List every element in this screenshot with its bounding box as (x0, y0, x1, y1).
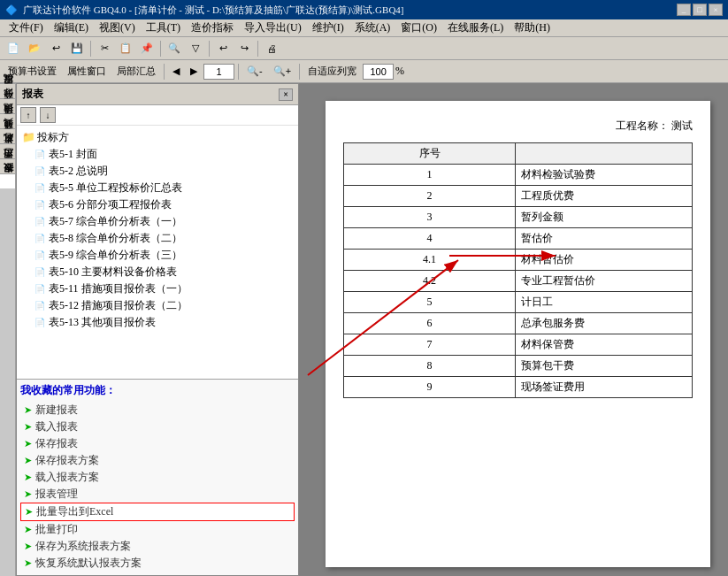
tab-gongcheng[interactable]: 工程概况 (0, 83, 15, 98)
tree-item-6[interactable]: 📄 表5-9 综合单价分析表（三） (20, 247, 295, 264)
open-btn[interactable]: 📂 (25, 39, 44, 58)
redo-btn[interactable]: ↪ (234, 39, 254, 58)
tree-item-10[interactable]: 📄 表5-13 其他项目报价表 (20, 314, 295, 331)
new-btn[interactable]: 📄 (4, 39, 23, 58)
title-text: 广联达计价软件 GBQ4.0 - [清单计价 - 测试 - D:\预结算及抽筋\… (23, 4, 404, 17)
table-row: 1材料检验试验费 (344, 165, 693, 186)
page-number-input[interactable] (203, 64, 234, 80)
bookmark-excel[interactable]: ➤ 批量导出到Excel (20, 503, 295, 521)
panel-close-btn[interactable]: × (279, 88, 293, 101)
close-btn[interactable]: × (709, 4, 723, 16)
bookmark-0[interactable]: ➤ 新建报表 (20, 402, 295, 419)
menu-window[interactable]: 窗口(O) (395, 19, 442, 36)
menu-help[interactable]: 帮助(H) (509, 19, 556, 36)
paste-btn[interactable]: 📌 (137, 39, 157, 58)
tab-rencaiji[interactable]: 人材机汇总 (0, 143, 15, 158)
fit-width-btn[interactable]: 自适应列宽 (303, 62, 361, 81)
tree-item-5[interactable]: 📄 表5-8 综合单价分析表（二） (20, 230, 295, 247)
tree-item-3[interactable]: 📄 表5-6 分部分项工程报价表 (20, 196, 295, 213)
zoom-input[interactable] (363, 64, 394, 80)
nav-down-btn[interactable]: ↓ (40, 107, 56, 123)
report-panel: 报表 × ↑ ↓ 📁 投标方 📄 表5-1 封面 📄 表5-2 总说明 (16, 83, 299, 576)
doc-icon-3: 📄 (34, 200, 45, 210)
menu-import-export[interactable]: 导入导出(U) (239, 19, 307, 36)
tab-qita[interactable]: 其他项目 (0, 128, 15, 143)
tree-item-2[interactable]: 📄 表5-5 单位工程投标价汇总表 (20, 180, 295, 196)
title-bar: 🔷 广联达计价软件 GBQ4.0 - [清单计价 - 测试 - D:\预结算及抽… (0, 0, 728, 19)
bookmark-8[interactable]: ➤ 保存为系统报表方案 (20, 538, 295, 555)
arrow-icon-9: ➤ (24, 557, 32, 569)
menu-price-index[interactable]: 造价指标 (186, 19, 239, 36)
cell-name-7: 总承包服务费 (516, 313, 693, 334)
tree-item-9[interactable]: 📄 表5-12 措施项目报价表（二） (20, 297, 295, 314)
content-area: 工程名称： 测试 序号 1材料检验试验费2工程质优费3暂列金额4暂估价4.1材料… (299, 83, 728, 576)
menu-system[interactable]: 系统(A) (349, 19, 396, 36)
nav-up-btn[interactable]: ↑ (20, 107, 36, 123)
copy-btn[interactable]: 📋 (116, 39, 135, 58)
cell-name-3: 暂估价 (516, 228, 693, 250)
print-btn[interactable]: 🖨 (262, 39, 281, 58)
menu-view[interactable]: 视图(V) (94, 19, 141, 36)
cell-name-0: 材料检验试验费 (516, 165, 693, 186)
page-next-btn[interactable]: ▶ (186, 62, 202, 81)
menu-tools[interactable]: 工具(T) (141, 19, 186, 36)
menu-maintain[interactable]: 维护(I) (307, 19, 349, 36)
tree-item-7[interactable]: 📄 表5-10 主要材料设备价格表 (20, 264, 295, 280)
table-row: 6总承包服务费 (344, 313, 693, 334)
col-seq: 序号 (344, 143, 516, 165)
arrow-icon-6: ➤ (25, 506, 33, 518)
menu-file[interactable]: 文件(F) (4, 19, 49, 36)
tab-feiyong[interactable]: 费用汇总 (0, 158, 15, 173)
tree-toolbar: ↑ ↓ (17, 105, 298, 126)
maximize-btn[interactable]: □ (693, 4, 707, 16)
back-btn[interactable]: ↩ (46, 39, 65, 58)
tree-item-4[interactable]: 📄 表5-7 综合单价分析表（一） (20, 213, 295, 230)
tree-root[interactable]: 📁 投标方 (20, 129, 295, 146)
cell-seq-8: 7 (344, 334, 516, 356)
tab-cuoshi[interactable]: 措施项目 (0, 113, 15, 128)
sep1 (90, 41, 91, 57)
cell-seq-0: 1 (344, 165, 516, 186)
vert-tabs: 工程概况 分部分项 措施项目 其他项目 人材机汇总 费用汇总 报表 (0, 83, 16, 576)
cell-name-1: 工程质优费 (516, 186, 693, 207)
bookmark-1[interactable]: ➤ 载入报表 (20, 419, 295, 435)
doc-icon-10: 📄 (34, 318, 45, 327)
zoom-in-btn[interactable]: 🔍+ (269, 62, 295, 81)
arrow-icon-8: ➤ (24, 541, 32, 552)
filter-btn[interactable]: ▽ (186, 39, 205, 58)
bookmark-7[interactable]: ➤ 批量打印 (20, 521, 295, 538)
doc-icon-5: 📄 (34, 234, 45, 243)
yusuan-btn[interactable]: 预算书设置 (4, 62, 61, 81)
shuxing-btn[interactable]: 属性窗口 (63, 62, 111, 81)
tree-nav[interactable]: 📁 投标方 📄 表5-1 封面 📄 表5-2 总说明 📄 表5-5 单位工程投标… (17, 126, 298, 379)
undo-btn[interactable]: ↩ (213, 39, 233, 58)
tab-baobiao[interactable]: 报表 (0, 173, 15, 188)
bookmark-5[interactable]: ➤ 报表管理 (20, 486, 295, 503)
doc-icon-1: 📄 (34, 166, 45, 176)
tree-item-1[interactable]: 📄 表5-2 总说明 (20, 163, 295, 180)
tree-item-0[interactable]: 📄 表5-1 封面 (20, 146, 295, 163)
cell-seq-9: 8 (344, 356, 516, 377)
zoom-out-btn[interactable]: 🔍- (242, 62, 267, 81)
save-btn[interactable]: 💾 (67, 39, 87, 58)
window-controls[interactable]: _ □ × (677, 4, 723, 16)
bookmark-3[interactable]: ➤ 保存报表方案 (20, 452, 295, 469)
panel-area: 报表 × ↑ ↓ 📁 投标方 📄 表5-1 封面 📄 表5-2 总说明 (16, 83, 728, 576)
tab-fenbu[interactable]: 分部分项 (0, 98, 15, 113)
menu-online[interactable]: 在线服务(L) (442, 19, 509, 36)
table-row: 4暂估价 (344, 228, 693, 250)
minimize-btn[interactable]: _ (677, 4, 691, 16)
cell-seq-6: 5 (344, 292, 516, 313)
cut-btn[interactable]: ✂ (95, 39, 114, 58)
bookmark-4[interactable]: ➤ 载入报表方案 (20, 469, 295, 486)
page-prev-btn[interactable]: ◀ (168, 62, 184, 81)
bookmark-9[interactable]: ➤ 恢复系统默认报表方案 (20, 555, 295, 572)
jubu-btn[interactable]: 局部汇总 (112, 62, 160, 81)
tree-item-8[interactable]: 📄 表5-11 措施项目报价表（一） (20, 280, 295, 297)
cell-name-10: 现场签证费用 (516, 377, 693, 398)
menu-edit[interactable]: 编辑(E) (49, 19, 94, 36)
menu-bar: 文件(F) 编辑(E) 视图(V) 工具(T) 造价指标 导入导出(U) 维护(… (0, 19, 728, 37)
table-row: 2工程质优费 (344, 186, 693, 207)
bookmark-2[interactable]: ➤ 保存报表 (20, 435, 295, 452)
find-btn[interactable]: 🔍 (165, 39, 184, 58)
